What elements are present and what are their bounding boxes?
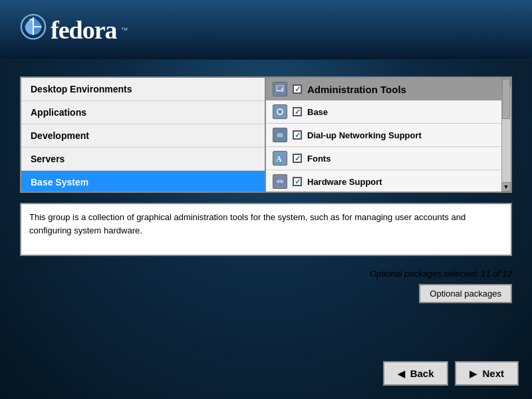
pkg-item-base[interactable]: Base bbox=[266, 100, 511, 124]
svg-rect-12 bbox=[278, 178, 279, 180]
header: fedora™ bbox=[0, 0, 532, 60]
svg-rect-5 bbox=[277, 88, 281, 90]
fedora-title: fedora bbox=[51, 15, 117, 45]
sidebar-item-development[interactable]: Development bbox=[21, 124, 265, 148]
back-button[interactable]: ◀ Back bbox=[383, 361, 449, 386]
dialup-icon bbox=[273, 128, 287, 142]
description-text: This group is a collection of graphical … bbox=[29, 212, 466, 235]
dialup-checkbox[interactable] bbox=[293, 130, 302, 140]
svg-rect-9 bbox=[278, 131, 282, 133]
hardware-checkbox[interactable] bbox=[293, 177, 302, 186]
left-panel: Desktop Environments Applications Develo… bbox=[20, 76, 266, 193]
sidebar-item-servers[interactable]: Servers bbox=[21, 148, 265, 171]
footer-buttons: ◀ Back ▶ Next bbox=[383, 361, 519, 386]
main-content: Desktop Environments Applications Develo… bbox=[0, 60, 532, 317]
right-panel: Administration Tools Base Dial-up Networ… bbox=[266, 76, 512, 193]
admin-tools-checkbox[interactable] bbox=[293, 84, 302, 94]
sidebar-item-applications[interactable]: Applications bbox=[21, 101, 265, 124]
admin-tools-icon bbox=[273, 82, 287, 96]
bottom-row: Optional packages selected: 11 of 12 Opt… bbox=[20, 269, 512, 303]
back-label: Back bbox=[410, 368, 434, 379]
svg-rect-11 bbox=[276, 180, 284, 184]
back-icon: ◀ bbox=[398, 368, 405, 379]
next-icon: ▶ bbox=[469, 368, 477, 379]
right-panel-header-label: Administration Tools bbox=[307, 84, 406, 95]
fonts-icon: A bbox=[273, 151, 287, 166]
fonts-checkbox[interactable] bbox=[293, 154, 302, 163]
fedora-logo: fedora™ bbox=[20, 13, 128, 47]
pkg-item-hardware[interactable]: Hardware Support bbox=[266, 170, 511, 193]
sidebar-item-desktop-environments[interactable]: Desktop Environments bbox=[21, 78, 265, 101]
sidebar-item-base-system[interactable]: Base System bbox=[21, 171, 265, 193]
fedora-trademark: ™ bbox=[121, 26, 128, 34]
next-button[interactable]: ▶ Next bbox=[455, 361, 519, 386]
panels-row: Desktop Environments Applications Develo… bbox=[20, 76, 512, 193]
base-icon bbox=[273, 104, 287, 119]
svg-rect-4 bbox=[277, 86, 283, 88]
next-label: Next bbox=[482, 368, 504, 379]
scrollbar-thumb[interactable] bbox=[502, 79, 510, 119]
hardware-icon bbox=[273, 174, 287, 189]
right-panel-header: Administration Tools bbox=[266, 78, 511, 100]
scrollbar-track[interactable]: ▲ ▼ bbox=[501, 78, 511, 192]
scroll-down-arrow[interactable]: ▼ bbox=[501, 182, 511, 192]
base-checkbox[interactable] bbox=[293, 107, 302, 116]
fedora-icon bbox=[20, 13, 47, 47]
pkg-item-fonts[interactable]: A Fonts bbox=[266, 147, 511, 170]
optional-packages-button[interactable]: Optional packages bbox=[419, 284, 512, 303]
pkg-item-dialup[interactable]: Dial-up Networking Support bbox=[266, 124, 511, 147]
svg-text:A: A bbox=[276, 154, 282, 164]
description-box: This group is a collection of graphical … bbox=[20, 203, 512, 256]
optional-packages-info: Optional packages selected: 11 of 12 bbox=[370, 269, 512, 279]
svg-point-7 bbox=[278, 110, 282, 114]
svg-rect-13 bbox=[281, 178, 282, 180]
